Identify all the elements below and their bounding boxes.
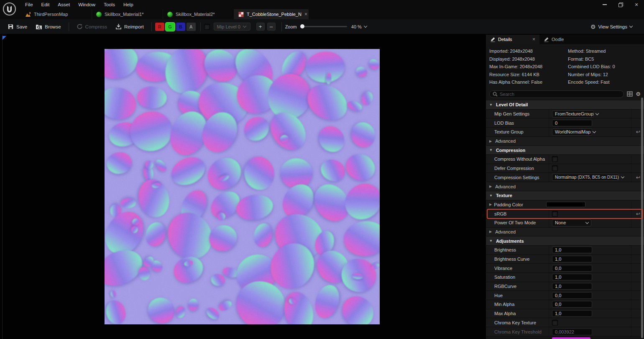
mip-plus-button[interactable]: + xyxy=(256,23,265,31)
mip-level-checkbox[interactable] xyxy=(204,24,210,30)
mip-level-dropdown[interactable]: Mip Level 0 xyxy=(214,23,250,31)
details-tab-close-icon[interactable]: × xyxy=(532,36,535,42)
power-of-two-dropdown[interactable]: None xyxy=(552,219,591,226)
brightness-field[interactable]: 1,0 xyxy=(552,247,592,253)
menu-item-asset[interactable]: Asset xyxy=(54,2,74,7)
view-settings-button[interactable]: ⚙ View Settings xyxy=(590,24,632,30)
channel-alpha-button[interactable]: A xyxy=(187,23,196,31)
menu-item-edit[interactable]: Edit xyxy=(37,2,54,7)
zoom-slider-knob[interactable] xyxy=(300,24,304,28)
row-mip-gen-settings: Mip Gen Settings FromTextureGroup xyxy=(486,110,644,119)
property-label: Vibrance xyxy=(494,266,549,271)
vibrance-field[interactable]: 0,0 xyxy=(552,265,592,272)
texture-group-dropdown[interactable]: WorldNormalMap xyxy=(552,128,592,136)
section-level-of-detail[interactable]: ▼ Level Of Detail xyxy=(486,100,644,110)
rgbcurve-field[interactable]: 1,0 xyxy=(552,283,592,290)
tab-skillbox-material2[interactable]: Skillbox_Material2* xyxy=(163,9,234,19)
chevron-down-icon xyxy=(243,24,246,28)
reset-to-default-button[interactable]: ↩ xyxy=(636,129,640,134)
settings-gear-icon[interactable]: ⚙ xyxy=(636,91,641,97)
srgb-checkbox[interactable] xyxy=(552,211,558,217)
reset-to-default-button[interactable]: ↩ xyxy=(636,175,640,180)
section-texture[interactable]: ▼ Texture xyxy=(486,191,644,200)
padding-color-swatch[interactable] xyxy=(546,202,585,207)
info-displayed: Displayed: 2048x2048 xyxy=(489,55,568,63)
defer-compression-checkbox[interactable] xyxy=(552,165,558,171)
main-menu: File Edit Asset Window Tools Help xyxy=(21,2,138,7)
info-max-ingame: Max In-Game: 2048x2048 xyxy=(489,63,568,71)
menu-item-help[interactable]: Help xyxy=(119,2,138,7)
chroma-key-texture-checkbox[interactable] xyxy=(552,320,558,326)
advanced-label: Advanced xyxy=(495,139,516,144)
channel-red-button[interactable]: R xyxy=(155,23,164,31)
minimize-button[interactable] xyxy=(601,1,608,8)
menu-item-window[interactable]: Window xyxy=(74,2,100,7)
row-advanced-compression[interactable]: ▶ Advanced xyxy=(486,182,644,191)
info-imported: Imported: 2048x2048 xyxy=(489,47,568,55)
browse-button[interactable]: Browse xyxy=(31,21,65,32)
texture-viewport[interactable] xyxy=(0,35,485,339)
compress-button[interactable]: Compress xyxy=(72,21,111,32)
menu-item-tools[interactable]: Tools xyxy=(100,2,119,7)
maximize-button[interactable] xyxy=(617,1,624,8)
menu-item-file[interactable]: File xyxy=(21,2,37,7)
tab-oodle[interactable]: Oodle xyxy=(539,35,568,44)
dropdown-value: Normalmap (DXT5, BC5 on DX11) xyxy=(555,175,619,180)
brightness-curve-field[interactable]: 1,0 xyxy=(552,256,592,262)
view-settings-label: View Settings xyxy=(598,24,627,29)
row-chroma-key-threshold: Chroma Key Threshold 0,003922 xyxy=(486,327,644,336)
min-alpha-field[interactable]: 0,0 xyxy=(552,301,592,308)
max-alpha-field[interactable]: 1,0 xyxy=(552,310,592,317)
reset-to-default-button[interactable]: ↩ xyxy=(636,211,640,216)
details-scrollbar[interactable] xyxy=(641,98,643,338)
property-label: Saturation xyxy=(494,275,549,280)
hue-field[interactable]: 0,0 xyxy=(552,292,592,299)
info-number-of-mips: Number of Mips: 12 xyxy=(568,71,615,79)
menu-bar: File Edit Asset Window Tools Help × xyxy=(0,0,644,9)
tab-cobblestone-pebble-n[interactable]: T_CobbleStone_Pebble_N × xyxy=(234,9,309,19)
row-saturation: Saturation 1,0 xyxy=(486,273,644,282)
tab-details[interactable]: Details × xyxy=(486,35,539,44)
gear-icon: ⚙ xyxy=(590,24,596,30)
lod-bias-field[interactable]: 0 xyxy=(552,120,592,126)
mip-minus-button[interactable]: – xyxy=(267,23,276,31)
section-adjustments[interactable]: ▼ Adjustments xyxy=(486,236,644,246)
property-label: Power Of Two Mode xyxy=(494,220,549,225)
mip-gen-settings-dropdown[interactable]: FromTextureGroup xyxy=(552,110,594,118)
section-compression[interactable]: ▼ Compression xyxy=(486,146,644,155)
info-format: Format: BC5 xyxy=(568,55,615,63)
close-window-button[interactable]: × xyxy=(633,1,640,8)
row-advanced-lod[interactable]: ▶ Advanced xyxy=(486,137,644,146)
compression-settings-dropdown[interactable]: Normalmap (DXT5, BC5 on DX11) xyxy=(552,174,619,181)
search-input[interactable] xyxy=(500,92,621,97)
channel-green-button[interactable]: G xyxy=(166,23,175,31)
row-rgbcurve: RGBCurve 1,0 xyxy=(486,282,644,291)
tab-close-icon[interactable]: × xyxy=(304,11,307,17)
row-advanced-texture[interactable]: ▶ Advanced xyxy=(486,228,644,237)
save-icon xyxy=(8,23,14,30)
search-icon xyxy=(493,92,498,97)
property-label: Chroma Key Threshold xyxy=(494,329,549,334)
saturation-field[interactable]: 1,0 xyxy=(552,274,592,280)
display-filter-icon[interactable] xyxy=(627,91,633,97)
reimport-button[interactable]: Reimport xyxy=(111,21,148,32)
expand-arrow-icon[interactable]: ▶ xyxy=(489,203,492,206)
section-title: Level Of Detail xyxy=(496,102,528,107)
section-title: Texture xyxy=(496,193,512,198)
zoom-percent-dropdown[interactable]: 40 % xyxy=(351,24,367,29)
toolbar-separator xyxy=(281,22,282,31)
details-panel: Details × Oodle Imported: 2048x2048 Disp… xyxy=(485,35,644,339)
compress-without-alpha-checkbox[interactable] xyxy=(552,156,558,162)
oodle-icon xyxy=(544,37,549,42)
tab-thirdpersonmap[interactable]: ThirdPersonMap xyxy=(21,9,92,19)
tab-skillbox-material1[interactable]: Skillbox_Material1* xyxy=(92,9,163,19)
property-label: RGBCurve xyxy=(494,284,549,289)
search-box[interactable] xyxy=(489,90,624,98)
chevron-down-icon xyxy=(595,111,599,115)
channel-blue-button[interactable]: B xyxy=(176,23,185,31)
row-padding-color: ▶ Padding Color xyxy=(486,200,644,210)
zoom-slider[interactable] xyxy=(300,26,347,27)
chroma-key-color-swatch[interactable] xyxy=(552,337,590,339)
save-button[interactable]: Save xyxy=(3,21,31,32)
property-label: Padding Color xyxy=(494,202,543,207)
